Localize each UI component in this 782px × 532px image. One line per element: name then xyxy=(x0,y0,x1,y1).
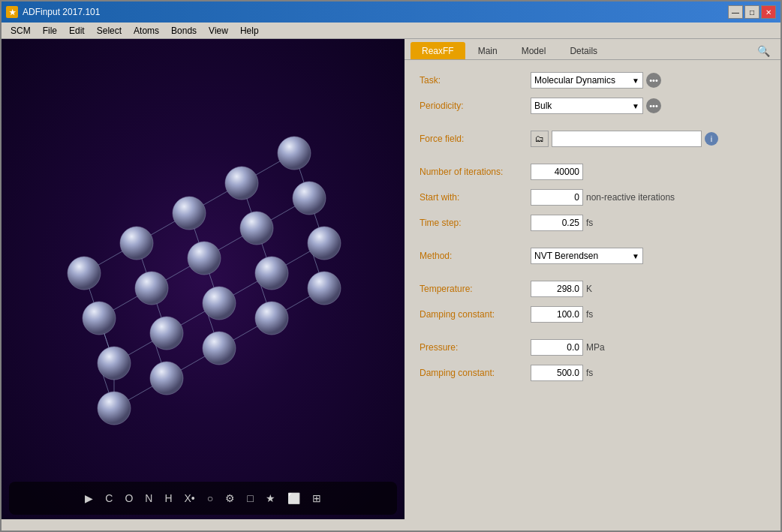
time-step-row: Time step: fs xyxy=(420,215,765,231)
menu-view[interactable]: View xyxy=(203,24,234,38)
svg-point-33 xyxy=(98,392,131,425)
method-dropdown-arrow: ▼ xyxy=(632,252,639,260)
start-with-row: Start with: non-reactive iterations xyxy=(420,189,765,206)
time-step-input[interactable] xyxy=(531,215,583,231)
temperature-input[interactable] xyxy=(531,281,583,297)
svg-point-41 xyxy=(255,257,288,290)
tool-play[interactable]: ▶ xyxy=(82,491,96,506)
damping2-input[interactable] xyxy=(531,365,583,381)
menu-file[interactable]: File xyxy=(37,24,63,38)
tab-main[interactable]: Main xyxy=(467,42,509,59)
maximize-button[interactable]: □ xyxy=(744,5,759,19)
temperature-row: Temperature: K xyxy=(420,281,765,297)
menu-atoms[interactable]: Atoms xyxy=(128,24,165,38)
titlebar: ★ ADFinput 2017.101 — □ ✕ xyxy=(2,2,780,23)
forcefield-row: Force field: 🗂 i xyxy=(420,131,765,147)
tool-box[interactable]: ⬜ xyxy=(284,491,303,506)
tool-grid[interactable]: ⊞ xyxy=(309,491,324,506)
viewport-toolbar: ▶ C O N H X• ○ ⚙ □ ★ ⬜ ⊞ xyxy=(9,482,397,515)
damping1-label: Damping constant: xyxy=(420,309,525,320)
canvas-area[interactable] xyxy=(2,39,405,477)
svg-point-36 xyxy=(255,302,288,335)
menu-edit[interactable]: Edit xyxy=(63,24,91,38)
start-with-note: non-reactive iterations xyxy=(586,192,675,203)
periodicity-dropdown-arrow: ▼ xyxy=(632,102,639,110)
tool-square[interactable]: □ xyxy=(244,491,256,506)
tool-circle[interactable]: ○ xyxy=(204,491,216,506)
app-icon: ★ xyxy=(6,6,18,18)
close-button[interactable]: ✕ xyxy=(761,5,776,19)
tab-reaxff[interactable]: ReaxFF xyxy=(411,42,465,59)
svg-point-44 xyxy=(135,272,168,305)
task-label: Task: xyxy=(420,75,525,86)
damping2-unit: fs xyxy=(586,368,609,378)
damping2-label: Damping constant: xyxy=(420,368,525,378)
svg-point-40 xyxy=(203,287,236,320)
tool-gear[interactable]: ⚙ xyxy=(222,491,238,506)
pressure-unit: MPa xyxy=(586,342,609,353)
tab-details[interactable]: Details xyxy=(558,42,609,59)
task-control: Molecular Dynamics ▼ ••• xyxy=(531,72,765,89)
task-row: Task: Molecular Dynamics ▼ ••• xyxy=(420,72,765,89)
force-field-folder-button[interactable]: 🗂 xyxy=(531,131,549,147)
tool-x-dot[interactable]: X• xyxy=(182,491,198,506)
tab-model[interactable]: Model xyxy=(510,42,558,59)
pressure-row: Pressure: MPa xyxy=(420,339,765,356)
periodicity-more-button[interactable]: ••• xyxy=(646,98,661,113)
tool-nitrogen[interactable]: N xyxy=(142,491,155,506)
molecule-view xyxy=(2,39,405,477)
method-label: Method: xyxy=(420,251,525,261)
tool-star[interactable]: ★ xyxy=(263,491,278,506)
force-field-input[interactable] xyxy=(552,131,702,147)
menu-bonds[interactable]: Bonds xyxy=(165,24,203,38)
damping1-input[interactable] xyxy=(531,306,583,323)
task-dropdown-arrow: ▼ xyxy=(632,77,639,85)
num-iterations-input[interactable] xyxy=(531,164,583,180)
tool-hydrogen[interactable]: H xyxy=(161,491,175,506)
window-title: ADFinput 2017.101 xyxy=(23,7,723,17)
method-dropdown[interactable]: NVT Berendsen ▼ xyxy=(531,248,643,264)
start-with-label: Start with: xyxy=(420,192,525,203)
task-dropdown[interactable]: Molecular Dynamics ▼ xyxy=(531,72,643,89)
force-field-label: Force field: xyxy=(420,134,525,144)
task-value: Molecular Dynamics xyxy=(534,75,629,86)
time-step-control: fs xyxy=(531,215,765,231)
svg-point-43 xyxy=(83,302,116,335)
menu-select[interactable]: Select xyxy=(91,24,128,38)
tool-oxygen[interactable]: O xyxy=(122,491,136,506)
periodicity-value: Bulk xyxy=(534,101,629,111)
method-value: NVT Berendsen xyxy=(534,251,629,261)
tabs-bar: ReaxFF Main Model Details 🔍 xyxy=(405,39,780,60)
task-more-button[interactable]: ••• xyxy=(646,73,661,88)
pressure-control: MPa xyxy=(531,339,765,356)
forcefield-control: 🗂 i xyxy=(531,131,765,147)
periodicity-dropdown[interactable]: Bulk ▼ xyxy=(531,98,643,114)
svg-point-47 xyxy=(293,182,326,215)
viewport: ▶ C O N H X• ○ ⚙ □ ★ ⬜ ⊞ xyxy=(2,39,405,519)
svg-point-42 xyxy=(308,227,341,260)
force-field-info-button[interactable]: i xyxy=(705,132,718,146)
method-control: NVT Berendsen ▼ xyxy=(531,248,765,264)
num-iterations-control xyxy=(531,164,765,180)
time-step-label: Time step: xyxy=(420,218,525,228)
svg-point-52 xyxy=(278,137,311,170)
num-iterations-row: Number of iterations: xyxy=(420,164,765,180)
periodicity-row: Periodicity: Bulk ▼ ••• xyxy=(420,98,765,114)
periodicity-label: Periodicity: xyxy=(420,101,525,111)
svg-point-38 xyxy=(98,347,131,380)
svg-point-39 xyxy=(150,317,183,350)
menu-scm[interactable]: SCM xyxy=(5,24,37,38)
start-with-input[interactable] xyxy=(531,189,583,206)
svg-point-49 xyxy=(120,227,153,260)
tool-carbon[interactable]: C xyxy=(102,491,116,506)
start-with-control: non-reactive iterations xyxy=(531,189,765,206)
temperature-control: K xyxy=(531,281,765,297)
svg-point-35 xyxy=(203,332,236,365)
pressure-input[interactable] xyxy=(531,339,583,356)
minimize-button[interactable]: — xyxy=(728,5,743,19)
damping2-row: Damping constant: fs xyxy=(420,365,765,381)
menu-help[interactable]: Help xyxy=(234,24,265,38)
search-icon[interactable]: 🔍 xyxy=(753,44,774,59)
pressure-label: Pressure: xyxy=(420,342,525,353)
damping1-unit: fs xyxy=(586,309,609,320)
